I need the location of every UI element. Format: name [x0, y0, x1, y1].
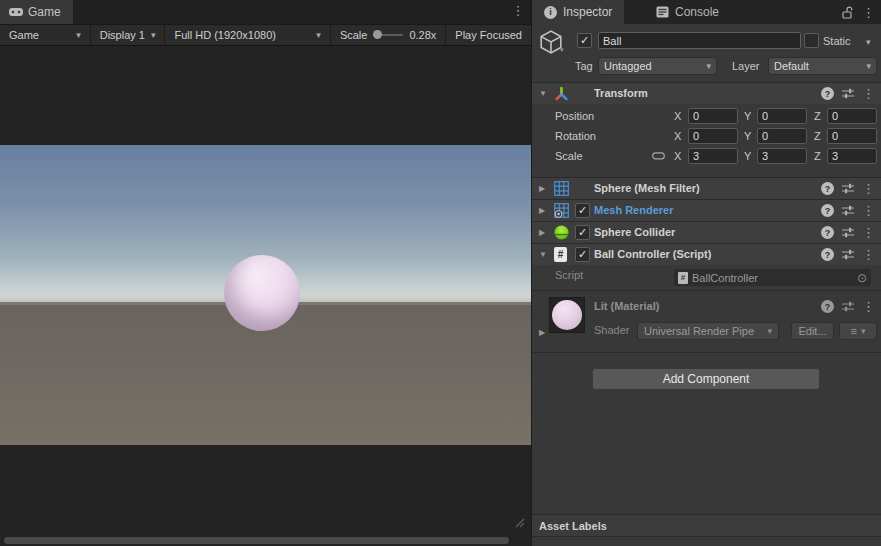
tab-console[interactable]: Console — [644, 0, 731, 24]
position-z-field[interactable] — [827, 108, 877, 124]
component-menu-icon[interactable]: ⋮ — [862, 204, 875, 217]
inspector-menu-icon[interactable]: ⋮ — [862, 6, 875, 19]
script-icon: # — [554, 247, 567, 262]
tag-label: Tag — [575, 60, 593, 72]
presets-icon[interactable] — [842, 249, 854, 260]
active-checkbox[interactable]: ✓ — [577, 33, 592, 48]
foldout-closed-icon[interactable]: ▶ — [539, 206, 545, 215]
help-icon[interactable]: ? — [821, 300, 834, 313]
foldout-open-icon[interactable]: ▼ — [539, 250, 547, 259]
link-scale-icon[interactable] — [652, 152, 665, 160]
foldout-closed-icon[interactable]: ▶ — [539, 328, 545, 337]
add-component-button[interactable]: Add Component — [592, 368, 820, 390]
name-field[interactable] — [598, 32, 801, 49]
asset-labels-title: Asset Labels — [539, 520, 607, 532]
component-menu-icon[interactable]: ⋮ — [862, 248, 875, 261]
help-icon[interactable]: ? — [821, 226, 834, 239]
shader-label: Shader — [594, 324, 629, 336]
game-panel-menu-icon[interactable]: ⋮ — [511, 3, 525, 18]
inspector-panel: i Inspector Console ⋮ ▾ ✓ Static ▾ Tag U… — [531, 0, 881, 546]
static-checkbox[interactable] — [804, 33, 819, 48]
material-preview-sphere — [552, 300, 582, 330]
sphere-collider-checkbox[interactable]: ✓ — [575, 225, 590, 240]
unity-editor: Game ⋮ Game ▾ Display 1 ▾ Full HD (1920x… — [0, 0, 881, 546]
display-select-dropdown[interactable]: Display 1 ▾ — [91, 25, 165, 45]
scale-x-field[interactable] — [688, 148, 738, 164]
material-menu-icon[interactable]: ⋮ — [862, 300, 875, 313]
rotation-z-field[interactable] — [827, 128, 877, 144]
chevron-down-icon: ▾ — [151, 31, 156, 40]
help-icon[interactable]: ? — [821, 182, 834, 195]
ball-sphere — [224, 255, 300, 331]
mesh-renderer-checkbox[interactable]: ✓ — [575, 203, 590, 218]
horizontal-scrollbar[interactable] — [4, 537, 509, 544]
chevron-down-icon: ▾ — [316, 31, 321, 40]
mesh-filter-icon — [554, 181, 569, 196]
tab-game[interactable]: Game — [0, 0, 73, 24]
object-picker-icon[interactable]: ⊙ — [857, 271, 867, 285]
scale-label: Scale — [340, 29, 368, 41]
help-icon[interactable]: ? — [821, 204, 834, 217]
unlock-icon[interactable] — [842, 6, 853, 19]
tag-dropdown[interactable]: Untagged ▾ — [598, 57, 717, 75]
game-panel: Game ⋮ Game ▾ Display 1 ▾ Full HD (1920x… — [0, 0, 531, 546]
cube-dropdown-icon[interactable]: ▾ — [560, 46, 564, 54]
play-focused-dropdown[interactable]: Play Focused — [446, 25, 531, 45]
material-preview[interactable] — [549, 297, 585, 333]
rotation-x-field[interactable] — [688, 128, 738, 144]
foldout-open-icon[interactable]: ▼ — [539, 89, 547, 98]
scale-y-field[interactable] — [757, 148, 807, 164]
shader-edit-button[interactable]: Edit... — [791, 322, 834, 340]
resize-grip-icon[interactable] — [515, 518, 525, 528]
help-icon[interactable]: ? — [821, 248, 834, 261]
scale-slider[interactable] — [373, 34, 403, 36]
ball-controller-checkbox[interactable]: ✓ — [575, 247, 590, 262]
foldout-closed-icon[interactable]: ▶ — [539, 184, 545, 193]
game-viewport — [0, 46, 531, 546]
transform-header[interactable]: ▼ Transform ? ⋮ — [532, 82, 881, 104]
help-icon[interactable]: ? — [821, 87, 834, 100]
chevron-down-icon: ▾ — [76, 31, 81, 40]
tab-inspector[interactable]: i Inspector — [532, 0, 624, 24]
position-y-field[interactable] — [757, 108, 807, 124]
display-mode-dropdown[interactable]: Game ▾ — [0, 25, 90, 45]
chevron-down-icon: ▾ — [866, 62, 871, 71]
presets-icon[interactable] — [842, 88, 854, 99]
component-menu-icon[interactable]: ⋮ — [862, 226, 875, 239]
console-icon — [656, 6, 669, 18]
material-list-dropdown[interactable]: ≡ ▾ — [839, 322, 877, 340]
game-tab-label: Game — [28, 5, 61, 19]
ball-controller-header[interactable]: ▼ # ✓ Ball Controller (Script) ? ⋮ — [532, 243, 881, 265]
position-x-field[interactable] — [688, 108, 738, 124]
scale-slider-knob[interactable] — [373, 30, 382, 39]
rotation-y-field[interactable] — [757, 128, 807, 144]
scale-row: Scale X Y Z — [532, 148, 881, 166]
layer-dropdown[interactable]: Default ▾ — [768, 57, 877, 75]
chevron-down-icon: ▾ — [767, 327, 772, 336]
presets-icon[interactable] — [842, 205, 854, 216]
presets-icon[interactable] — [842, 227, 854, 238]
mesh-renderer-header[interactable]: ▶ ✓ Mesh Renderer ? ⋮ — [532, 199, 881, 221]
component-menu-icon[interactable]: ⋮ — [862, 87, 875, 100]
script-object-field[interactable]: # BallController ⊙ — [674, 269, 871, 286]
shader-dropdown[interactable]: Universal Render Pipe ▾ — [637, 322, 779, 340]
mesh-filter-header[interactable]: ▶ Sphere (Mesh Filter) ? ⋮ — [532, 177, 881, 199]
component-menu-icon[interactable]: ⋮ — [862, 182, 875, 195]
gameobject-cube-icon[interactable] — [540, 30, 562, 54]
presets-icon[interactable] — [842, 301, 854, 312]
scale-value: 0.28x — [409, 29, 436, 41]
presets-icon[interactable] — [842, 183, 854, 194]
sphere-collider-header[interactable]: ▶ ✓ Sphere Collider ? ⋮ — [532, 221, 881, 243]
foldout-closed-icon[interactable]: ▶ — [539, 228, 545, 237]
list-icon: ≡ — [851, 325, 857, 337]
layer-label: Layer — [732, 60, 760, 72]
position-row: Position X Y Z — [532, 108, 881, 126]
mesh-renderer-icon — [554, 203, 569, 218]
scale-z-field[interactable] — [827, 148, 877, 164]
resolution-dropdown[interactable]: Full HD (1920x1080) ▾ — [165, 25, 329, 45]
rotation-row: Rotation X Y Z — [532, 128, 881, 146]
static-dropdown-icon[interactable]: ▾ — [866, 37, 871, 47]
asset-labels-bar[interactable]: Asset Labels — [532, 514, 881, 537]
sphere-collider-icon — [554, 225, 569, 240]
inspector-tabbar: i Inspector Console ⋮ — [532, 0, 881, 24]
